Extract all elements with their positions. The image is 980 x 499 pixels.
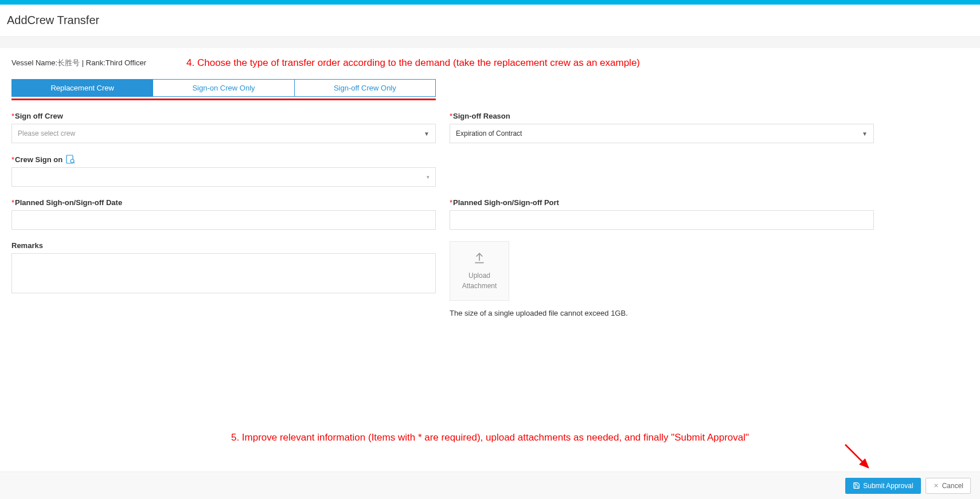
- planned-date-label: *Planned Sigh-on/Sign-off Date: [11, 198, 436, 207]
- chevron-down-icon: ▼: [862, 131, 868, 137]
- form-grid: *Sign off Crew Please select crew ▼ *Sig…: [11, 112, 969, 329]
- page-title: AddCrew Transfer: [7, 14, 973, 27]
- field-planned-port: *Planned Sigh-on/Sign-off Port: [450, 198, 874, 230]
- chevron-down-icon: ▾: [427, 174, 430, 180]
- spacer-band: [0, 37, 980, 48]
- remarks-label: Remarks: [11, 241, 436, 250]
- planned-port-label: *Planned Sigh-on/Sign-off Port: [450, 198, 874, 207]
- tab-signon-crew-only[interactable]: Sign-on Crew Only: [153, 80, 294, 96]
- signoff-reason-value: Expiration of Contract: [456, 129, 522, 137]
- field-upload: Upload Attachment The size of a single u…: [450, 241, 874, 317]
- tab-signoff-crew-only[interactable]: Sign-off Crew Only: [294, 80, 435, 96]
- field-remarks: Remarks: [11, 241, 436, 317]
- signoff-reason-label: *Sign-off Reason: [450, 112, 874, 120]
- page-header: AddCrew Transfer: [0, 5, 980, 37]
- annotation-step4: 4. Choose the type of transfer order acc…: [186, 57, 640, 69]
- upload-hint: The size of a single uploaded file canno…: [450, 309, 874, 317]
- footer-bar: Submit Approval Cancel: [0, 472, 980, 476]
- signoff-crew-select[interactable]: Please select crew ▼: [11, 124, 436, 143]
- upload-attachment-button[interactable]: Upload Attachment: [450, 241, 509, 301]
- crew-signon-label: *Crew Sign on: [11, 155, 436, 164]
- field-crew-signon: *Crew Sign on ▾: [11, 155, 436, 187]
- svg-point-1: [71, 159, 74, 163]
- rank-label: Rank:: [86, 58, 106, 67]
- empty-cell-1: [450, 155, 874, 198]
- field-signoff-reason: *Sign-off Reason Expiration of Contract …: [450, 112, 874, 143]
- field-planned-date: *Planned Sigh-on/Sign-off Date: [11, 198, 436, 230]
- upload-label-1: Upload: [468, 270, 490, 281]
- transfer-type-tabs: Replacement Crew Sign-on Crew Only Sign-…: [11, 79, 436, 97]
- rank-value: Third Officer: [106, 58, 146, 67]
- signoff-crew-label: *Sign off Crew: [11, 112, 436, 120]
- planned-port-input[interactable]: [450, 210, 874, 230]
- info-separator: |: [80, 58, 86, 67]
- annotation-underline: [11, 99, 436, 100]
- svg-line-2: [73, 162, 75, 163]
- field-signoff-crew: *Sign off Crew Please select crew ▼: [11, 112, 436, 143]
- crew-signon-select[interactable]: ▾: [11, 167, 436, 187]
- signoff-reason-select[interactable]: Expiration of Contract ▼: [450, 124, 874, 143]
- planned-date-input[interactable]: [11, 210, 436, 230]
- crew-lookup-icon[interactable]: [66, 155, 75, 164]
- vessel-label: Vessel Name:: [11, 58, 57, 67]
- info-row: Vessel Name:长胜号 | Rank:Third Officer 4. …: [11, 57, 969, 69]
- signoff-crew-placeholder: Please select crew: [18, 129, 75, 137]
- vessel-value: 长胜号: [57, 58, 80, 67]
- remarks-textarea[interactable]: [11, 253, 436, 293]
- vessel-info: Vessel Name:长胜号 | Rank:Third Officer: [11, 58, 146, 68]
- chevron-down-icon: ▼: [424, 131, 430, 137]
- upload-icon: [472, 251, 487, 266]
- content-area: Vessel Name:长胜号 | Rank:Third Officer 4. …: [0, 48, 980, 476]
- upload-label-2: Attachment: [462, 281, 497, 291]
- tab-replacement-crew[interactable]: Replacement Crew: [12, 80, 153, 96]
- annotation-step5: 5. Improve relevant information (Items w…: [11, 432, 969, 466]
- top-accent-bar: [0, 0, 980, 5]
